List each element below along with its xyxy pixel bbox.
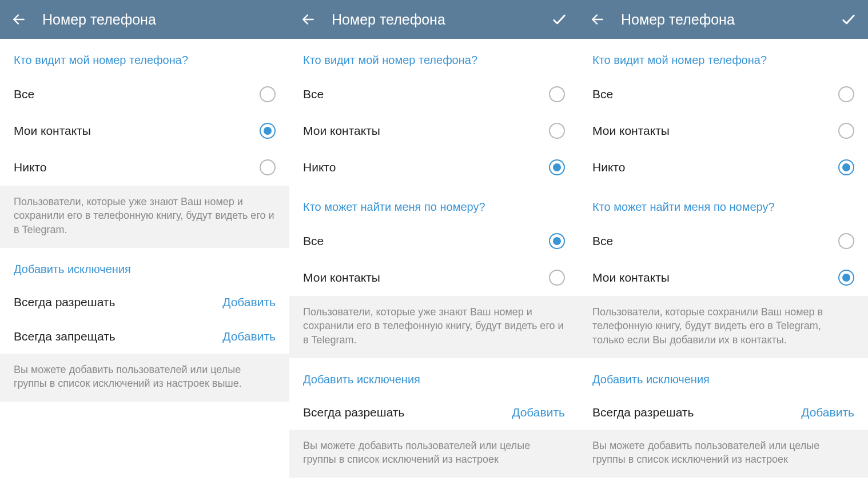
radio-option-my-contacts[interactable]: Мои контакты [289,113,579,149]
info-text: Вы можете добавить пользователей или цел… [0,354,289,402]
section-header-exceptions: Добавить исключения [289,358,579,395]
radio-option-everyone[interactable]: Все [289,76,579,113]
action-always-allow[interactable]: Всегда разрешать Добавить [579,395,868,430]
option-label: Мои контакты [592,124,670,138]
option-label: Все [303,87,324,101]
radio-icon [838,159,854,175]
option-label: Никто [14,161,46,174]
option-label: Мои контакты [14,124,91,138]
content: Кто видит мой номер телефона? Все Мои ко… [579,39,868,493]
section-header-who-finds: Кто может найти меня по номеру? [579,186,868,223]
settings-panel-1: Номер телефона Кто видит мой номер телеф… [0,0,289,493]
back-button[interactable] [11,12,26,27]
radio-icon [549,270,565,286]
radio-option-find-my-contacts[interactable]: Мои контакты [289,259,579,296]
back-button[interactable] [590,12,605,27]
back-button[interactable] [301,12,316,27]
radio-icon [838,86,854,102]
radio-icon [260,86,276,102]
radio-icon [838,270,854,286]
option-label: Все [14,87,34,101]
section-header-exceptions: Добавить исключения [0,248,289,285]
radio-option-everyone[interactable]: Все [0,76,289,113]
option-label: Мои контакты [592,271,670,284]
info-text: Вы можете добавить пользователей или цел… [289,430,579,478]
content: Кто видит мой номер телефона? Все Мои ко… [289,39,579,493]
option-label: Мои контакты [303,124,380,138]
section-header-who-sees: Кто видит мой номер телефона? [579,39,868,76]
radio-option-nobody[interactable]: Никто [0,149,289,186]
check-icon [551,11,567,27]
section-header-who-sees: Кто видит мой номер телефона? [0,39,289,76]
action-link: Добавить [222,295,276,309]
radio-icon [260,123,276,139]
header: Номер телефона [579,0,868,39]
info-text: Пользователи, которые уже знают Ваш номе… [289,296,579,358]
radio-option-my-contacts[interactable]: Мои контакты [579,113,868,149]
action-link: Добавить [222,330,276,343]
section-header-exceptions: Добавить исключения [579,358,868,395]
action-always-allow[interactable]: Всегда разрешать Добавить [289,395,579,430]
option-label: Все [592,234,613,248]
confirm-button[interactable] [841,11,857,27]
header: Номер телефона [0,0,289,39]
section-header-who-sees: Кто видит мой номер телефона? [289,39,579,76]
arrow-left-icon [590,12,605,27]
page-title: Номер телефона [332,11,535,28]
action-label: Всегда разрешать [592,406,694,419]
option-label: Никто [303,161,336,174]
action-always-deny[interactable]: Всегда запрещать Добавить [0,319,289,354]
action-label: Всегда запрещать [14,330,116,343]
radio-option-find-my-contacts[interactable]: Мои контакты [579,259,868,296]
radio-icon [838,233,854,249]
check-icon [841,11,857,27]
action-label: Всегда разрешать [14,295,115,309]
info-text: Пользователи, которые сохранили Ваш номе… [579,296,868,358]
option-label: Никто [592,161,625,174]
info-text: Вы можете добавить пользователей или цел… [579,430,868,478]
radio-option-my-contacts[interactable]: Мои контакты [0,113,289,149]
option-label: Все [592,87,613,101]
radio-icon [549,233,565,249]
option-label: Все [303,234,324,248]
option-label: Мои контакты [303,271,380,284]
radio-icon [260,159,276,175]
content: Кто видит мой номер телефона? Все Мои ко… [0,39,289,493]
radio-icon [549,123,565,139]
page-title: Номер телефона [42,11,278,28]
page-title: Номер телефона [621,11,825,28]
action-link: Добавить [801,406,854,419]
radio-option-find-everyone[interactable]: Все [579,223,868,259]
radio-icon [549,159,565,175]
action-link: Добавить [512,406,565,419]
arrow-left-icon [301,12,316,27]
info-text: Пользователи, которые уже знают Ваш номе… [0,186,289,248]
arrow-left-icon [11,12,26,27]
radio-option-nobody[interactable]: Никто [579,149,868,186]
action-label: Всегда разрешать [303,406,404,419]
radio-option-everyone[interactable]: Все [579,76,868,113]
section-header-who-finds: Кто может найти меня по номеру? [289,186,579,223]
settings-panel-3: Номер телефона Кто видит мой номер телеф… [579,0,868,493]
header: Номер телефона [289,0,579,39]
action-always-allow[interactable]: Всегда разрешать Добавить [0,285,289,319]
radio-icon [549,86,565,102]
radio-icon [838,123,854,139]
confirm-button[interactable] [551,11,567,27]
radio-option-nobody[interactable]: Никто [289,149,579,186]
radio-option-find-everyone[interactable]: Все [289,223,579,259]
settings-panel-2: Номер телефона Кто видит мой номер телеф… [289,0,579,493]
